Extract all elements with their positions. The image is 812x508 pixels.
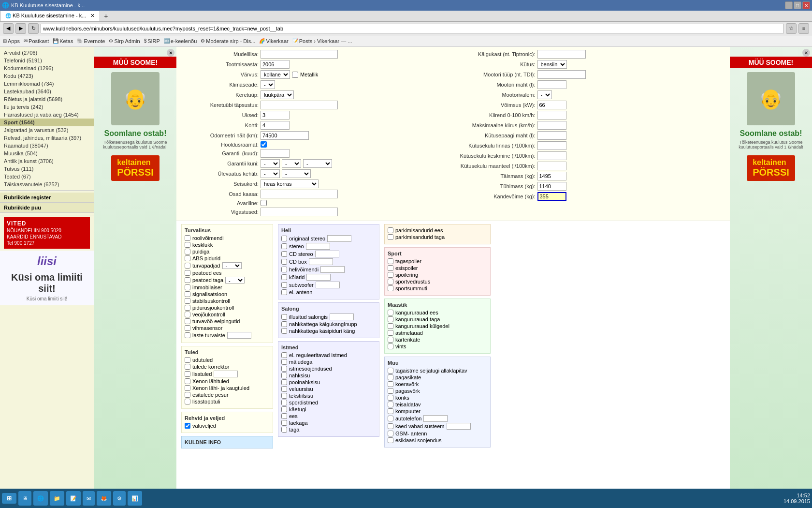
sidebar-tree[interactable]: Rubriikide puu [0, 203, 94, 213]
puldiga-checkbox[interactable] [185, 249, 190, 254]
koeravork-checkbox[interactable] [388, 381, 393, 387]
roolivoim-checkbox[interactable] [185, 235, 190, 241]
helivoim-input[interactable] [320, 266, 345, 273]
kandevoimu-input[interactable] [537, 192, 566, 201]
cd-box-checkbox[interactable] [281, 259, 287, 265]
taskbar-app-2[interactable]: 🌐 [33, 491, 48, 506]
el-antenn-checkbox[interactable] [281, 289, 287, 295]
istmesooj-checkbox[interactable] [281, 366, 287, 372]
xenon-kaug-checkbox[interactable] [185, 385, 190, 391]
signalisatsioon-checkbox[interactable] [185, 291, 190, 297]
tekstiilsisu-checkbox[interactable] [281, 393, 287, 399]
sidebar-register[interactable]: Rubriikide register [0, 193, 94, 203]
nahksisu-checkbox[interactable] [281, 373, 287, 378]
el-reg-istmed-checkbox[interactable] [281, 352, 287, 358]
laste-turvaiste-checkbox[interactable] [185, 332, 190, 338]
garantii-kuni-select2[interactable]: - [282, 159, 301, 168]
orig-stereo-input[interactable] [327, 235, 351, 242]
bookmark-vikerkaar[interactable]: 🌈 Vikerkaar [259, 38, 288, 44]
ulevaatus-select2[interactable]: - [282, 169, 311, 178]
taskbar-app-5[interactable]: ✉ [83, 491, 95, 506]
stabilsus-checkbox[interactable] [185, 298, 190, 304]
bookmark-sirpadmin[interactable]: ⚙ Sirp Admin [109, 38, 140, 44]
tulede-korrektor-checkbox[interactable] [185, 364, 190, 370]
nahk-kaigu-checkbox[interactable] [281, 321, 287, 327]
osad-kaasa-input[interactable] [261, 190, 338, 198]
peatoed-ees-checkbox[interactable] [185, 270, 190, 276]
garantii-kuni-select1[interactable]: - [261, 159, 280, 168]
sportsummuti-checkbox[interactable] [388, 285, 393, 291]
sidebar-item-lemmikloomad[interactable]: Lemmikloomad (734) [0, 80, 94, 88]
max-kiirus-input[interactable] [537, 121, 566, 130]
lisatuled-checkbox[interactable] [185, 371, 190, 377]
kolarid-input[interactable] [306, 274, 331, 281]
garantii-kuni-select3[interactable]: - [303, 159, 332, 168]
star-button[interactable]: ☆ [786, 23, 797, 34]
browser-tab[interactable]: 🌐 KB Kuulutuse sisestamine - k... ✕ [0, 11, 100, 21]
kutusekulu-linnas-input[interactable] [537, 141, 566, 150]
sidebar-item-taiskasvanutel[interactable]: Täiskasvanutele (6252) [0, 180, 94, 188]
menu-button[interactable]: ≡ [798, 23, 809, 34]
sidebar-item-arvutid[interactable]: Arvutid (2706) [0, 49, 94, 57]
sidebar-item-tutvus[interactable]: Tutvus (111) [0, 165, 94, 173]
taga-checkbox[interactable] [281, 427, 287, 433]
kohti-input[interactable] [261, 121, 290, 130]
garantii-kuud-input[interactable] [261, 149, 290, 158]
tagaistme-checkbox[interactable] [388, 368, 393, 374]
taskbar-app-4[interactable]: 📝 [66, 491, 81, 506]
vihmasensor-checkbox[interactable] [185, 325, 190, 331]
sidebar-item-telefonid[interactable]: Telefonid (5191) [0, 57, 94, 64]
turvavoo-checkbox[interactable] [185, 318, 190, 324]
ees-checkbox[interactable] [281, 413, 287, 419]
autotelefon-checkbox[interactable] [388, 416, 393, 421]
mootorivalem-select[interactable]: - [537, 90, 552, 99]
cd-stereo-input[interactable] [315, 251, 339, 257]
stereo-input[interactable] [306, 243, 330, 250]
sidebar-item-kodu[interactable]: Kodu (4723) [0, 72, 94, 80]
illusitud-input[interactable] [330, 314, 354, 320]
pidurusjou-checkbox[interactable] [185, 305, 190, 311]
new-tab-button[interactable]: + [100, 11, 112, 21]
kanguru-taga-checkbox[interactable] [388, 316, 393, 322]
sidebar-item-jalgrattad[interactable]: Jalgrattad ja varustus (532) [0, 126, 94, 134]
turvapadjad-select[interactable]: - [222, 262, 242, 269]
spordistmed-checkbox[interactable] [281, 400, 287, 405]
seisukord-select[interactable]: heas korras [261, 179, 319, 188]
kanguru-kulgedel-checkbox[interactable] [388, 323, 393, 329]
kompuuter-checkbox[interactable] [388, 408, 393, 414]
turvapadjad-checkbox[interactable] [185, 263, 190, 269]
pagasikate-checkbox[interactable] [388, 374, 393, 380]
keretuubi-tapsustus-input[interactable] [261, 101, 338, 109]
cd-stereo-checkbox[interactable] [281, 251, 287, 257]
sidebar-item-roietus[interactable]: Rõietus ja jalatsid (5698) [0, 95, 94, 103]
illusitud-checkbox[interactable] [281, 314, 287, 320]
bookmark-apps[interactable]: ⊞ Apps [3, 38, 20, 44]
veojou-checkbox[interactable] [185, 312, 190, 317]
laekaga-checkbox[interactable] [281, 420, 287, 426]
orig-stereo-checkbox[interactable] [281, 236, 287, 241]
sidebar-item-ilu[interactable]: Ilu ja tervis (242) [0, 103, 94, 111]
right-ad-close-button[interactable]: ✕ [802, 49, 810, 57]
tyhimass-input[interactable] [537, 182, 566, 191]
peatoed-taga-checkbox[interactable] [185, 277, 190, 283]
kaigukast-input[interactable] [537, 50, 586, 59]
parkimine-ees-checkbox[interactable] [388, 227, 393, 233]
back-button[interactable]: ◀ [3, 23, 14, 34]
gsm-antenn-checkbox[interactable] [388, 431, 393, 436]
kolarid-checkbox[interactable] [281, 274, 287, 280]
lisastopptuli-checkbox[interactable] [185, 399, 190, 404]
kaetugi-checkbox[interactable] [281, 406, 287, 412]
stereo-checkbox[interactable] [281, 243, 287, 249]
voimsus-input[interactable] [537, 101, 566, 109]
poolnahksisu-checkbox[interactable] [281, 379, 287, 385]
taskbar-app-8[interactable]: 📊 [128, 491, 142, 506]
karterikate-checkbox[interactable] [388, 337, 393, 343]
sidebar-item-antiik[interactable]: Antiik ja kunst (3706) [0, 157, 94, 165]
forward-button[interactable]: ▶ [15, 23, 26, 34]
odomeeter-input[interactable] [261, 131, 309, 140]
sidebar-item-muusika[interactable]: Muusika (504) [0, 149, 94, 157]
uksed-input[interactable] [261, 111, 290, 120]
sidebar-item-sport[interactable]: Sport (1544) [0, 119, 94, 126]
kaed-vabad-checkbox[interactable] [388, 423, 393, 429]
sidebar-item-harrastused[interactable]: Harrastused ja vaba aeg (1454) [0, 111, 94, 119]
